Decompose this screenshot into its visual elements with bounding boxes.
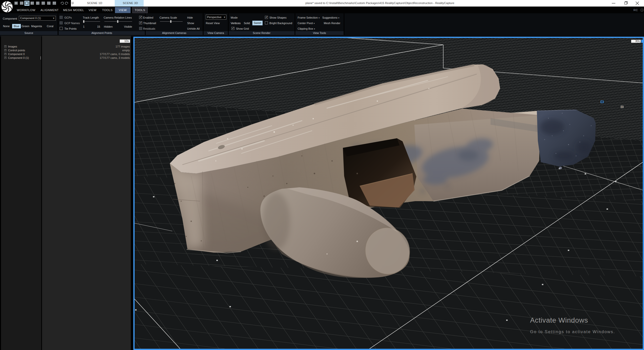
svg-text:Activate Windows: Activate Windows: [530, 316, 588, 324]
svg-text:?: ?: [641, 9, 642, 12]
svg-text:Go to Settings to activate Win: Go to Settings to activate Windows.: [530, 329, 615, 334]
